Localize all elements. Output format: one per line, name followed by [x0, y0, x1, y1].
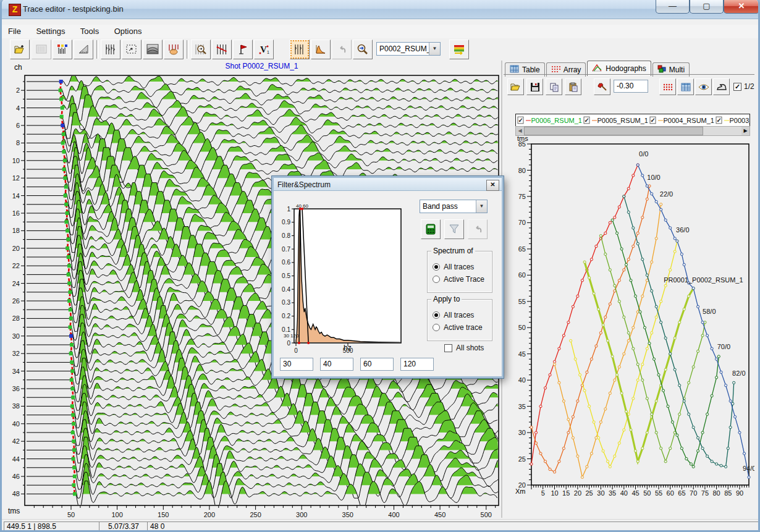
- velocity-button[interactable]: V1: [254, 40, 274, 59]
- pick-flag-button[interactable]: [233, 40, 253, 59]
- tab-underline: [504, 74, 754, 75]
- spectrum-of-option[interactable]: Active Trace: [433, 275, 492, 284]
- legend-item[interactable]: ✓P0006_RSUM_1: [516, 116, 582, 124]
- axe-icon: [597, 82, 608, 92]
- zoom-traces-button[interactable]: [191, 40, 211, 59]
- menu-file[interactable]: File: [2, 25, 27, 38]
- legend-marker-icon: [658, 118, 663, 123]
- visibility-button[interactable]: [695, 78, 712, 95]
- save-picks-button[interactable]: [526, 78, 543, 95]
- svg-text:40: 40: [620, 489, 628, 497]
- dialog-close-button[interactable]: ✕: [486, 180, 499, 191]
- delete-pick-button[interactable]: [594, 78, 610, 95]
- close-button[interactable]: ✕: [724, 0, 759, 14]
- filter-spectrum-dialog[interactable]: Filter&Spectrum ✕ 10.90.80.70.60.50.40.3…: [272, 176, 504, 378]
- svg-text:0.7: 0.7: [282, 246, 290, 253]
- array-view-button[interactable]: [659, 78, 676, 95]
- radio-icon[interactable]: [433, 311, 440, 319]
- load-picks-button[interactable]: [507, 78, 524, 95]
- copy-button[interactable]: [546, 78, 562, 95]
- undo-button[interactable]: [332, 40, 352, 59]
- open-file-button[interactable]: [10, 40, 30, 59]
- svg-text:25: 25: [518, 455, 526, 463]
- geometry-button[interactable]: [74, 40, 93, 59]
- svg-text:30: 30: [597, 489, 604, 497]
- legend-item[interactable]: ✓P0003_RSUM_1: [714, 116, 750, 124]
- band-freq-field-2[interactable]: 40: [320, 358, 353, 371]
- half-checkbox[interactable]: ✓: [733, 83, 741, 91]
- legend-item[interactable]: ✓P0004_RSUM_1: [648, 116, 714, 124]
- legend-checkbox[interactable]: ✓: [716, 117, 722, 124]
- shot-selector[interactable]: P0002_RSUM_1 ▼: [376, 42, 441, 56]
- legend-label: P0004_RSUM_1: [663, 117, 714, 124]
- density-view-button[interactable]: [143, 40, 163, 59]
- radio-icon[interactable]: [433, 263, 440, 271]
- svg-text:85: 85: [724, 489, 732, 497]
- flow-stripes-icon: [453, 44, 465, 55]
- trace-display-params-button[interactable]: [53, 40, 72, 59]
- svg-text:35: 35: [518, 403, 526, 410]
- svg-text:300: 300: [296, 511, 307, 518]
- apply-filter-button[interactable]: [444, 219, 464, 239]
- apply-to-option[interactable]: Active trace: [433, 323, 492, 332]
- svg-text:500: 500: [481, 511, 492, 518]
- half-toggle[interactable]: ✓ 1/2: [733, 82, 754, 91]
- trace-table-button[interactable]: [32, 40, 51, 59]
- chevron-down-icon[interactable]: ▼: [429, 43, 440, 55]
- pick-line-button[interactable]: [212, 40, 232, 59]
- apply-flow-button[interactable]: [449, 40, 469, 59]
- svg-text:30 120: 30 120: [284, 333, 299, 339]
- svg-text:24: 24: [12, 280, 20, 287]
- band-freq-field-3[interactable]: 60: [360, 358, 394, 371]
- spectrum-of-option[interactable]: All traces: [433, 263, 492, 271]
- svg-text:4: 4: [16, 104, 20, 112]
- table-view-button[interactable]: [677, 78, 694, 95]
- all-shots-toggle[interactable]: All shots: [444, 344, 484, 352]
- svg-text:12: 12: [12, 174, 20, 182]
- menu-tools[interactable]: Tools: [74, 25, 105, 38]
- compute-spectrum-button[interactable]: [421, 219, 441, 239]
- legend-marker-icon: [724, 118, 729, 123]
- svg-text:75: 75: [701, 489, 709, 497]
- zoom-select-button[interactable]: [122, 40, 141, 59]
- smooth-button[interactable]: [713, 78, 730, 95]
- legend-checkbox[interactable]: ✓: [584, 117, 590, 124]
- svg-text:70/0: 70/0: [717, 343, 730, 350]
- radio-icon[interactable]: [433, 276, 440, 283]
- svg-text:50: 50: [518, 324, 526, 331]
- band-freq-field-4[interactable]: 120: [400, 358, 434, 371]
- menu-options[interactable]: Options: [108, 25, 148, 38]
- status-scale: 5.07/3.37: [99, 521, 148, 532]
- svg-text:82/0: 82/0: [732, 369, 745, 377]
- menu-settings[interactable]: Settings: [30, 25, 71, 38]
- apply-to-option[interactable]: All traces: [433, 311, 492, 319]
- paste-button[interactable]: [565, 78, 581, 95]
- hodograph-chart[interactable]: 5101520253035404550556065707580859020253…: [504, 130, 754, 500]
- band-freq-field-1[interactable]: 30: [280, 358, 313, 371]
- svg-text:10: 10: [12, 157, 20, 164]
- magnifier-arrow-icon: [357, 44, 369, 55]
- legend-checkbox[interactable]: ✓: [650, 117, 656, 124]
- filter-type-select[interactable]: Band pass ▼: [420, 200, 488, 213]
- undo-filter-button[interactable]: [468, 219, 488, 239]
- shift-value-field[interactable]: -0.30: [614, 80, 648, 93]
- minimize-button[interactable]: —: [656, 0, 690, 14]
- dialog-title-bar[interactable]: Filter&Spectrum ✕: [274, 178, 502, 191]
- pick-hand-button[interactable]: [164, 40, 184, 59]
- radio-icon[interactable]: [433, 324, 440, 331]
- wiggle-view-button[interactable]: [101, 40, 120, 59]
- svg-text:10/0: 10/0: [647, 174, 660, 181]
- eye-icon: [698, 83, 709, 91]
- chevron-down-icon[interactable]: ▼: [476, 200, 487, 213]
- array-dots-icon: [663, 83, 673, 91]
- legend-checkbox[interactable]: ✓: [518, 117, 524, 124]
- svg-text:70: 70: [518, 219, 526, 226]
- zoom-reset-button[interactable]: [353, 40, 373, 59]
- all-shots-checkbox[interactable]: [444, 344, 452, 352]
- svg-text:55: 55: [655, 489, 662, 497]
- filter-spectrum-button[interactable]: [290, 40, 310, 59]
- spectrum-button[interactable]: [311, 40, 331, 59]
- maximize-button[interactable]: ▢: [690, 0, 724, 14]
- legend-item[interactable]: ✓P0005_RSUM_1: [582, 116, 648, 124]
- title-bar[interactable]: Z Trace editor - testpicking.bin — ▢ ✕: [2, 0, 760, 19]
